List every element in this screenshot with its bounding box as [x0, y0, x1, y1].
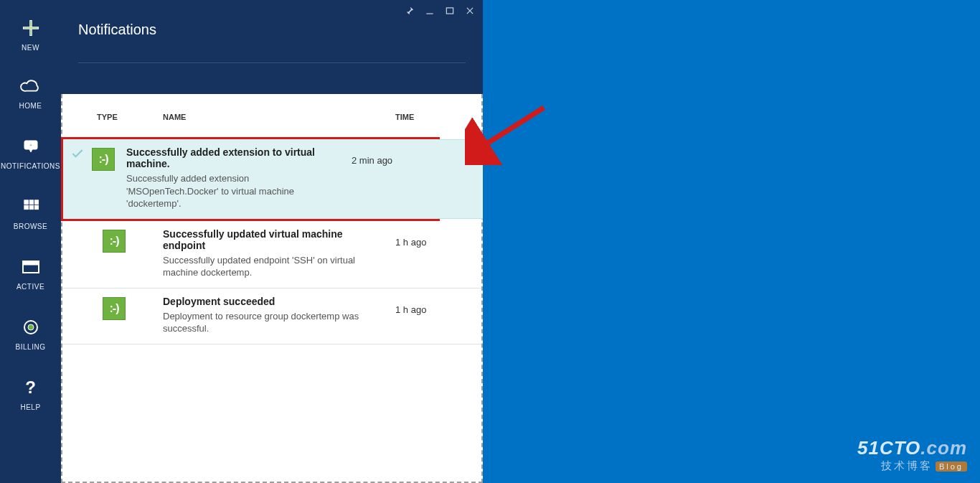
notification-title: Successfully added extension to virtual … — [126, 146, 339, 169]
success-badge-icon: :-) — [103, 297, 126, 320]
sidebar-item-label: HELP — [20, 403, 40, 411]
notification-title: Deployment succeeded — [163, 296, 382, 307]
background-canvas: 51CTO.com 技术博客Blog — [483, 0, 980, 483]
svg-rect-14 — [446, 8, 453, 14]
notification-time: 1 h ago — [395, 296, 481, 315]
panel-body: TYPE NAME TIME :-) Successfully added ex… — [61, 94, 483, 483]
svg-line-15 — [476, 108, 544, 151]
column-headers: TYPE NAME TIME — [62, 94, 481, 137]
sidebar-item-label: ACTIVE — [17, 283, 44, 291]
svg-rect-8 — [34, 205, 39, 210]
watermark-line1: 51CTO.com — [857, 437, 967, 459]
close-icon[interactable] — [464, 6, 476, 19]
check-icon — [63, 146, 92, 161]
success-badge-icon: :-) — [103, 230, 126, 253]
sidebar: NEW HOME NOTIFICATIONS BROWSE ACTIVE — [0, 0, 61, 483]
divider — [78, 62, 466, 63]
notification-row[interactable]: :-) Successfully added extension to virt… — [61, 137, 440, 221]
coin-icon — [19, 316, 42, 339]
svg-rect-6 — [24, 205, 28, 210]
notification-desc: Successfully updated endpoint 'SSH' on v… — [163, 254, 382, 279]
panel-title: Notifications — [78, 22, 466, 38]
sidebar-item-new[interactable]: NEW — [0, 6, 61, 62]
col-header-time: TIME — [395, 113, 481, 121]
panel-header: Notifications — [61, 0, 483, 94]
minimize-icon[interactable] — [424, 6, 435, 19]
svg-rect-7 — [29, 205, 34, 210]
sidebar-item-label: NEW — [22, 44, 39, 52]
sidebar-item-notifications[interactable]: NOTIFICATIONS — [0, 122, 61, 182]
sidebar-item-label: NOTIFICATIONS — [1, 162, 60, 170]
svg-rect-3 — [24, 200, 28, 204]
question-icon: ? — [19, 376, 42, 399]
notification-desc: Deployment to resource group dockertemp … — [163, 310, 382, 335]
svg-rect-5 — [34, 200, 39, 204]
col-header-name: NAME — [163, 113, 395, 121]
notification-row[interactable]: :-) Deployment succeeded Deployment to r… — [62, 289, 481, 344]
cloud-icon — [19, 75, 42, 98]
plus-icon — [19, 17, 42, 39]
sidebar-item-label: BILLING — [16, 343, 46, 351]
sidebar-item-label: HOME — [19, 102, 42, 110]
sidebar-item-label: BROWSE — [14, 222, 47, 230]
window-controls — [404, 6, 476, 19]
sidebar-item-billing[interactable]: BILLING — [0, 303, 61, 363]
notification-row[interactable]: :-) Successfully updated virtual machine… — [62, 221, 481, 289]
maximize-icon[interactable] — [444, 6, 456, 19]
pin-icon[interactable] — [404, 6, 415, 19]
sidebar-item-active[interactable]: ACTIVE — [0, 243, 61, 303]
col-header-type: TYPE — [62, 113, 163, 121]
sidebar-item-home[interactable]: HOME — [0, 62, 61, 122]
window-icon — [19, 255, 42, 278]
notification-title: Successfully updated virtual machine end… — [163, 228, 382, 251]
svg-point-12 — [28, 324, 34, 330]
notification-time: 1 h ago — [395, 228, 481, 248]
watermark: 51CTO.com 技术博客Blog — [857, 437, 967, 473]
notification-icon — [19, 135, 42, 158]
svg-rect-10 — [23, 261, 39, 265]
notifications-panel: Notifications TYPE NAME TIME :-) Success… — [61, 0, 483, 483]
watermark-line2: 技术博客Blog — [857, 459, 967, 473]
svg-rect-2 — [30, 142, 31, 144]
success-badge-icon: :-) — [92, 148, 115, 171]
svg-rect-13 — [426, 14, 433, 14]
notification-time: 2 min ago — [352, 146, 438, 166]
sidebar-item-browse[interactable]: BROWSE — [0, 182, 61, 243]
sidebar-item-help[interactable]: ? HELP — [0, 363, 61, 423]
svg-rect-4 — [29, 200, 34, 204]
grid-icon — [19, 195, 42, 218]
notification-desc: Successfully added extension 'MSOpenTech… — [126, 172, 339, 210]
